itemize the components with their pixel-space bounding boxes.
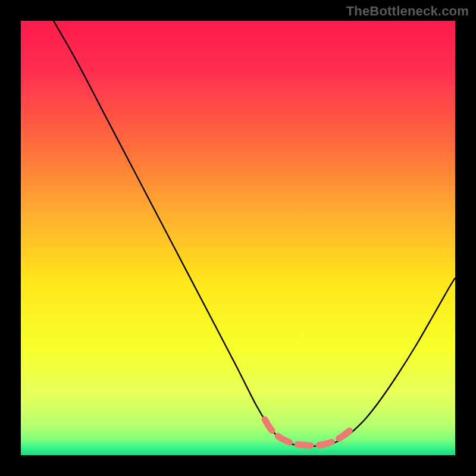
chart-frame: TheBottleneck.com (0, 0, 476, 476)
plot-area (21, 21, 455, 455)
chart-svg (21, 21, 455, 455)
watermark-text: TheBottleneck.com (346, 4, 469, 19)
gradient-background (21, 21, 455, 455)
